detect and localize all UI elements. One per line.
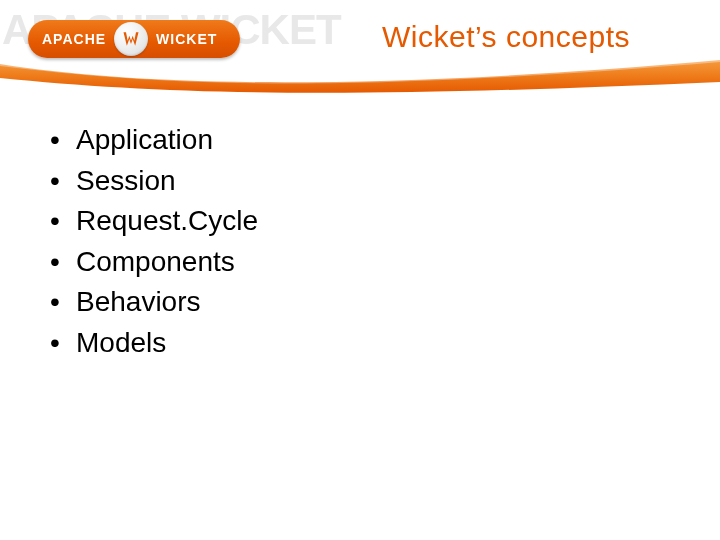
logo-wicket-label: WICKET (156, 31, 217, 47)
bullet-label: Application (76, 120, 213, 161)
header-swoosh-icon (0, 58, 720, 96)
list-item: Models (50, 323, 258, 364)
wicket-badge-icon (114, 22, 148, 56)
bullet-label: Components (76, 242, 235, 283)
bullet-list: Application Session Request.Cycle Compon… (50, 120, 258, 364)
list-item: Session (50, 161, 258, 202)
list-item: Behaviors (50, 282, 258, 323)
slide-body: Application Session Request.Cycle Compon… (50, 120, 258, 364)
bullet-label: Session (76, 161, 176, 202)
header: APACHE WICKET APACHE WICKET Wicket’s con… (0, 0, 720, 84)
list-item: Components (50, 242, 258, 283)
logo-apache-label: APACHE (42, 31, 106, 47)
slide: APACHE WICKET APACHE WICKET Wicket’s con… (0, 0, 720, 540)
bullet-label: Behaviors (76, 282, 201, 323)
list-item: Request.Cycle (50, 201, 258, 242)
bullet-label: Request.Cycle (76, 201, 258, 242)
bullet-label: Models (76, 323, 166, 364)
list-item: Application (50, 120, 258, 161)
apache-wicket-logo: APACHE WICKET (28, 20, 240, 58)
slide-title: Wicket’s concepts (382, 20, 630, 54)
